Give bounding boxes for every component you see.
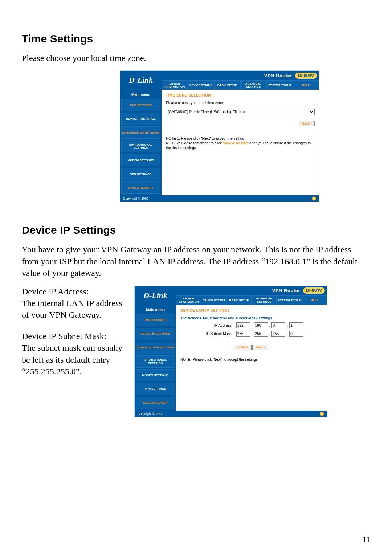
ip-address-field-label: IP Address: [200, 323, 233, 327]
time-zone-title: TIME ZONE SELECTION [166, 93, 315, 97]
sidebar-title: Main menu [120, 90, 162, 97]
tab-device-information[interactable]: DEVICE INFORMATION [176, 295, 201, 305]
sidebar-item-vpn[interactable]: VPN SETTINGS [136, 383, 175, 395]
subnet-mask-label: Device IP Subnet Mask: [22, 331, 106, 341]
device-ip-heading: Device IP Settings [22, 224, 370, 236]
logo-text: D-Link [129, 76, 153, 85]
product-title: VPN Router [264, 73, 292, 78]
router-footer: Copyright © 2000 [120, 195, 319, 202]
logo-text: D-Link [143, 291, 167, 300]
sidebar-item-save-restart[interactable]: SAVE & RESTART [121, 181, 160, 194]
time-zone-select[interactable]: (GMT-08:00) Pacific Time (US/Canada), Ti… [166, 109, 315, 115]
model-badge: DI-804V [295, 73, 317, 79]
ip-octet-4[interactable] [289, 322, 303, 328]
top-tabs: DEVICE INFORMATION DEVICE STATUS BASIC S… [176, 295, 327, 305]
subnet-mask-desc: The subnet mask can usually be left as i… [22, 343, 122, 376]
subnet-mask-row: IP Subnet Mask: . . . [180, 331, 323, 337]
sidebar: Main menu TIME SETTINGS DEVICE IP SETTIN… [120, 90, 162, 195]
mask-octet-3[interactable] [271, 331, 285, 337]
time-notes: NOTE 1: Please click 'Next' to accept th… [166, 136, 315, 150]
tab-help[interactable]: HELP [302, 295, 327, 305]
ip-note: NOTE: Please click 'Next' to accept the … [180, 357, 323, 362]
tab-system-tools[interactable]: SYSTEM TOOLS [266, 80, 293, 90]
next-button[interactable]: Next > [252, 345, 268, 350]
sidebar-item-cable-dsl[interactable]: CABLE/DSL ISP SETTINGS [121, 126, 160, 139]
ip-octet-2[interactable] [254, 322, 268, 328]
ip-panel-title: DEVICE LAN IP SETTINGS [180, 309, 323, 313]
time-settings-intro: Please choose your local time zone. [22, 52, 370, 64]
next-button[interactable]: Next > [299, 121, 315, 126]
sidebar-item-save-restart[interactable]: SAVE & RESTART [136, 397, 175, 409]
status-dot-icon [312, 196, 316, 201]
content-panel-time: TIME ZONE SELECTION Please choose your l… [162, 90, 319, 195]
router-screenshot-ip: D-Link VPN Router DI-804V DEVICE INFORMA… [134, 286, 327, 417]
page-number: 11 [363, 535, 370, 544]
sidebar-item-device-ip[interactable]: DEVICE IP SETTINGS [121, 113, 160, 125]
tab-basic-setup[interactable]: BASIC SETUP [226, 295, 252, 305]
content-panel-ip: DEVICE LAN IP SETTINGS The device LAN IP… [176, 305, 327, 411]
sidebar: Main menu TIME SETTINGS DEVICE IP SETTIN… [135, 305, 176, 411]
router-header: D-Link VPN Router DI-804V DEVICE INFORMA… [120, 71, 319, 90]
tab-advanced-settings[interactable]: ADVANCED SETTINGS [240, 80, 266, 90]
router-screenshot-time: D-Link VPN Router DI-804V DEVICE INFORMA… [120, 70, 319, 202]
ip-panel-subtitle: The device LAN IP address and subnet Mas… [180, 316, 323, 320]
copyright-text: Copyright © 2000 [123, 197, 148, 200]
mask-octet-1[interactable] [236, 331, 250, 337]
tab-device-status[interactable]: DEVICE STATUS [188, 80, 214, 90]
mask-octet-4[interactable] [289, 331, 303, 337]
sidebar-item-cable-dsl[interactable]: CABLE/DSL ISP SETTINGS [136, 342, 175, 354]
ip-octet-1[interactable] [236, 322, 250, 328]
ip-address-label: Device IP Address: [22, 287, 89, 296]
dlink-logo: D-Link [120, 71, 162, 90]
status-dot-icon [320, 412, 324, 416]
sidebar-item-modem[interactable]: MODEM SETTINGS [136, 369, 175, 381]
dlink-logo: D-Link [135, 286, 176, 305]
ip-address-desc: The internal LAN IP address of your VPN … [22, 298, 122, 319]
tab-system-tools[interactable]: SYSTEM TOOLS [277, 295, 302, 305]
sidebar-item-time-settings[interactable]: TIME SETTINGS [136, 314, 175, 326]
tab-device-information[interactable]: DEVICE INFORMATION [162, 80, 188, 90]
tab-help[interactable]: HELP [293, 80, 319, 90]
router-header: D-Link VPN Router DI-804V DEVICE INFORMA… [135, 286, 327, 305]
header-title-row: VPN Router DI-804V [176, 286, 327, 295]
subnet-mask-field-label: IP Subnet Mask: [200, 332, 233, 336]
top-tabs: DEVICE INFORMATION DEVICE STATUS BASIC S… [162, 80, 319, 90]
sidebar-item-modem[interactable]: MODEM SETTINGS [121, 154, 160, 166]
tab-advanced-settings[interactable]: ADVANCED SETTINGS [252, 295, 277, 305]
device-ip-left-text: Device IP Address:The internal LAN IP ad… [22, 286, 123, 387]
sidebar-item-isp-additional[interactable]: ISP ADDITIONAL SETTINGS [121, 140, 160, 152]
mask-octet-2[interactable] [254, 331, 268, 337]
time-settings-heading: Time Settings [22, 33, 370, 45]
router-footer: Copyright © 2000 [135, 411, 327, 417]
product-title: VPN Router [272, 288, 300, 293]
device-ip-intro: You have to give your VPN Gateway an IP … [22, 244, 370, 279]
sidebar-title: Main menu [135, 305, 176, 313]
back-button[interactable]: < Back [235, 345, 251, 350]
ip-address-row: IP Address: . . . [180, 322, 323, 328]
header-title-row: VPN Router DI-804V [162, 71, 319, 80]
tab-basic-setup[interactable]: BASIC SETUP [214, 80, 240, 90]
sidebar-item-time-settings[interactable]: TIME SETTINGS [121, 99, 160, 111]
model-badge: DI-804V [303, 287, 325, 294]
sidebar-item-vpn[interactable]: VPN SETTINGS [121, 168, 160, 180]
time-zone-prompt: Please choose your local time zone: [166, 101, 315, 105]
tab-device-status[interactable]: DEVICE STATUS [201, 295, 226, 305]
sidebar-item-device-ip[interactable]: DEVICE IP SETTINGS [136, 328, 175, 340]
sidebar-item-isp-additional[interactable]: ISP ADDITIONAL SETTINGS [136, 355, 175, 368]
ip-octet-3[interactable] [271, 322, 285, 328]
copyright-text: Copyright © 2000 [138, 412, 163, 416]
